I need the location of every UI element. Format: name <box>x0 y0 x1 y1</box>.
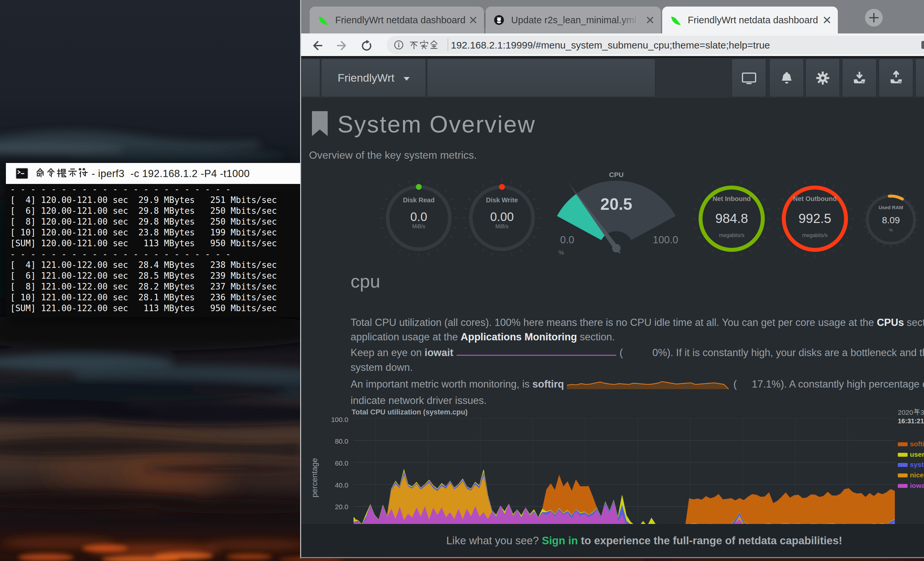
gauge-disk_write[interactable]: Disk Write0.00MiB/s <box>460 176 544 260</box>
terminal-output[interactable]: - - - - - - - - - - - - - - - - - - - - … <box>6 184 301 317</box>
github-icon <box>494 14 505 26</box>
terminal-line: [SUM] 121.00-122.00 sec 113 MBytes 950 M… <box>10 303 301 314</box>
browser-tabstrip: FriendlyWrt netdata dashboard Update r2s… <box>301 0 924 33</box>
tab-title: Update r2s_lean_minimal.yml · k <box>511 15 643 26</box>
new-tab-button[interactable] <box>865 9 883 27</box>
back-icon[interactable] <box>310 39 323 52</box>
omnibox-extension-icon[interactable] <box>921 41 924 49</box>
legend-softirq[interactable]: softirq <box>898 440 924 448</box>
security-label[interactable] <box>409 40 439 51</box>
gauge-disk_read[interactable]: Disk Read0.0MiB/s <box>376 176 461 260</box>
cpu-text: indicate network driver issues. <box>351 395 487 406</box>
gauge-net_outbound[interactable]: Net Outbound992.5megabits/s <box>772 176 857 261</box>
y-tick-label: 40.0 <box>312 481 348 489</box>
terminal-line: [ 8] 121.00-122.00 sec 28.2 MBytes 237 M… <box>10 281 301 292</box>
y-tick-label: 60.0 <box>312 459 348 467</box>
tab-close-icon[interactable] <box>468 15 478 25</box>
sparkline-iowait[interactable] <box>456 347 616 360</box>
import-button[interactable] <box>842 59 876 97</box>
cpu-text-term: softirq <box>532 378 564 390</box>
terminal-line: [ 8] 120.00-121.00 sec 29.8 MBytes 250 M… <box>10 217 301 227</box>
url-separator <box>448 39 448 51</box>
tab-friendlywrt-1[interactable]: FriendlyWrt netdata dashboard <box>310 6 484 33</box>
gauge-unit: % <box>860 227 922 232</box>
info-icon[interactable] <box>394 40 404 50</box>
tab-github[interactable]: Update r2s_lean_minimal.yml · k <box>486 6 661 33</box>
legend-swatch <box>898 463 908 467</box>
alarms-button[interactable] <box>770 59 804 97</box>
cpu-text: system down. <box>351 362 413 373</box>
cpu-text-term[interactable]: Applications Monitoring <box>461 331 577 343</box>
gauge-used_ram[interactable]: Used RAM8.09% <box>860 188 922 251</box>
cpu-utilization-chart[interactable] <box>354 418 895 528</box>
bookmark-icon <box>310 111 329 137</box>
brand-menu[interactable]: FriendlyWrt <box>321 59 426 97</box>
url-text[interactable]: 192.168.2.1:19999/#menu_system_submenu_c… <box>451 40 770 51</box>
cpu-text: An important metric worth monitoring, is <box>351 378 532 390</box>
tab-close-icon[interactable] <box>822 15 832 25</box>
terminal-title: - iperf3 -c 192.168.1.2 -P4 -t1000 <box>35 167 250 180</box>
navbar-empty-tile <box>427 59 656 97</box>
gauge-cpu-value: 20.5 <box>534 195 698 214</box>
legend-swatch <box>898 484 908 488</box>
netdata-favicon <box>318 14 328 26</box>
forward-icon[interactable] <box>336 39 349 52</box>
terminal-line: [ 6] 121.00-122.00 sec 28.5 MBytes 239 M… <box>10 271 301 281</box>
legend-user[interactable]: user <box>898 451 924 459</box>
legend-iowait[interactable]: iowait <box>898 482 924 490</box>
tab-separator <box>484 13 485 27</box>
gauge-value: 984.8 <box>689 211 774 226</box>
chart-y-axis-label: percentage <box>310 445 319 510</box>
cpu-text-line: An important metric worth monitoring, is… <box>351 377 924 391</box>
section-subtitle: Overview of the key system metrics. <box>309 149 477 161</box>
cpu-section-heading: cpu <box>351 271 380 292</box>
address-bar[interactable]: 192.168.2.1:19999/#menu_system_submenu_c… <box>387 36 924 54</box>
signin-link[interactable]: Sign in <box>542 534 578 547</box>
tab-title: FriendlyWrt netdata dashboard <box>335 15 466 26</box>
legend-swatch <box>898 442 908 446</box>
cpu-text: 17.1%). A constantly high percentage of … <box>752 378 924 390</box>
cpu-text-term[interactable]: CPUs <box>877 317 904 328</box>
reload-icon[interactable] <box>360 39 373 52</box>
legend-swatch <box>898 453 908 457</box>
tab-close-icon[interactable] <box>645 15 655 25</box>
sparkline-softirq[interactable] <box>567 378 729 392</box>
legend-label: user <box>910 451 924 458</box>
gauge-cpu[interactable]: CPU20.50.0100.0% <box>534 170 698 269</box>
cpu-text: section and per <box>904 317 924 328</box>
gauge-label: Net Outbound <box>772 195 857 203</box>
terminal-line: [ 10] 121.00-122.00 sec 28.1 MBytes 236 … <box>10 292 301 303</box>
terminal-line: [ 4] 120.00-121.00 sec 29.9 MBytes 251 M… <box>10 195 301 206</box>
y-tick-label: 80.0 <box>312 438 348 445</box>
legend-label: iowait <box>910 482 924 489</box>
legend-label: system <box>910 461 924 468</box>
terminal-line: [SUM] 120.00-121.00 sec 113 MBytes 950 M… <box>10 238 301 249</box>
cpu-text: 0%). If it is constantly high, your disk… <box>652 347 924 358</box>
cpu-text-line: Total CPU utilization (all cores). 100% … <box>351 316 924 330</box>
legend-nice[interactable]: nice <box>898 471 924 479</box>
terminal-titlebar[interactable]: - iperf3 -c 192.168.1.2 -P4 -t1000 <box>6 163 301 184</box>
navbar-spacer-tile <box>302 59 320 97</box>
signin-text: Like what you see? Sign in to experience… <box>446 534 842 547</box>
gauge-label: Used RAM <box>860 205 922 210</box>
cpu-text-line: application usage at the Applications Mo… <box>351 330 615 344</box>
signin-banner: Like what you see? Sign in to experience… <box>301 524 924 557</box>
gauge-unit: MiB/s <box>460 224 544 230</box>
browser-window: FriendlyWrt netdata dashboard Update r2s… <box>301 0 924 558</box>
tab-friendlywrt-2[interactable]: FriendlyWrt netdata dashboard <box>662 6 838 33</box>
cpu-text: ( <box>733 378 736 390</box>
cpu-text-line: Keep an eye on iowait(0%). If it is cons… <box>351 346 924 360</box>
export-button[interactable] <box>879 59 913 97</box>
gauge-net_inbound[interactable]: Net Inbound984.8megabits/s <box>689 176 774 261</box>
netdata-favicon <box>670 14 681 26</box>
chart-title: Total CPU utilization (system.cpu) <box>352 408 468 417</box>
navbar-partial-tile <box>915 59 924 97</box>
section-title: System Overview <box>338 111 536 138</box>
settings-button[interactable] <box>806 59 840 97</box>
browser-window-bottom-edge <box>300 557 924 558</box>
monitor-button[interactable] <box>732 59 766 97</box>
tab-title: FriendlyWrt netdata dashboard <box>688 15 820 26</box>
gauge-unit: megabits/s <box>689 232 774 238</box>
signin-suffix: to experience the full-range of netdata … <box>578 534 842 547</box>
legend-system[interactable]: system <box>898 461 924 469</box>
